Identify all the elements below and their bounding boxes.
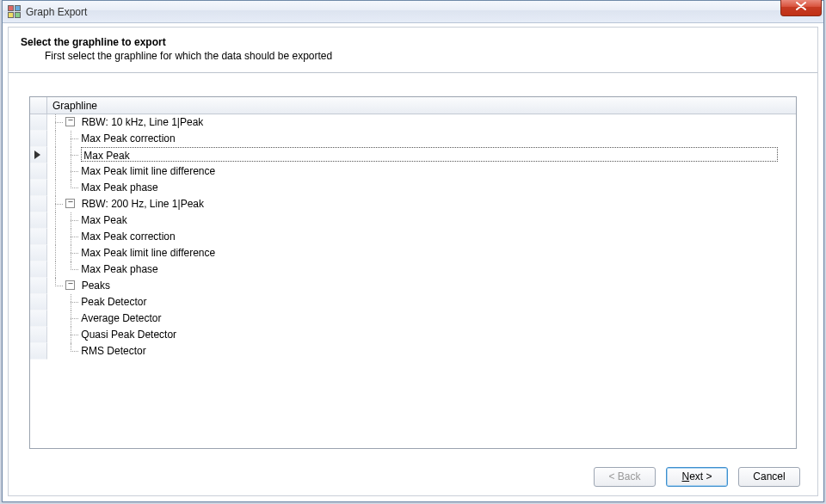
row-handle: [30, 229, 47, 245]
column-header-row: Graphline: [30, 97, 796, 114]
wizard-heading: Select the graphline to export: [21, 36, 805, 48]
graphline-panel: Graphline RBW: 10 kHz, Line 1|Peak: [29, 96, 797, 449]
tree-item-label: Max Peak correction: [81, 131, 175, 147]
row-handle: [30, 343, 47, 360]
tree-item[interactable]: Quasi Peak Detector: [30, 327, 796, 343]
tree-item-label: Max Peak correction: [81, 229, 175, 245]
tree-group[interactable]: Peaks: [30, 278, 796, 294]
tree-item[interactable]: Max Peak: [30, 212, 796, 229]
collapse-icon[interactable]: [65, 280, 75, 290]
row-handle: [30, 114, 47, 131]
column-header-graphline[interactable]: Graphline: [47, 97, 796, 114]
tree-item-label: Average Detector: [81, 310, 161, 327]
close-icon: [796, 2, 806, 10]
row-handle: [30, 163, 47, 180]
tree-item-label: RMS Detector: [81, 343, 145, 360]
collapse-icon[interactable]: [65, 117, 75, 126]
tree-item-label: Max Peak limit line difference: [81, 245, 215, 261]
tree-item-label: Quasi Peak Detector: [81, 327, 176, 343]
tree-item[interactable]: Max Peak correction: [30, 229, 796, 245]
tree-item[interactable]: Max Peak limit line difference: [30, 163, 796, 180]
tree-item-label: Max Peak: [83, 148, 129, 164]
tree-item[interactable]: RMS Detector: [30, 343, 796, 360]
back-button[interactable]: < Back: [594, 467, 656, 487]
tree-item[interactable]: Peak Detector: [30, 294, 796, 310]
tree-item[interactable]: Max Peak phase: [30, 261, 796, 278]
tree-item[interactable]: Max Peak limit line difference: [30, 245, 796, 261]
graphline-tree[interactable]: RBW: 10 kHz, Line 1|Peak Max Peak correc…: [30, 114, 796, 448]
row-handle: [30, 245, 47, 261]
tree-item[interactable]: Max Peak: [30, 147, 796, 163]
tree-item-label: Max Peak: [81, 212, 126, 229]
row-handle: [30, 196, 47, 212]
tree-item[interactable]: Max Peak correction: [30, 131, 796, 147]
tree-item-label: Max Peak limit line difference: [81, 163, 215, 180]
row-handle-selected: [30, 147, 47, 163]
row-handle: [30, 294, 47, 310]
row-handle: [30, 212, 47, 229]
graph-export-window: Graph Export Select the graphline to exp…: [2, 0, 824, 502]
tree-group-label: RBW: 200 Hz, Line 1|Peak: [82, 196, 204, 212]
tree-item-label: Peak Detector: [81, 294, 146, 310]
tree-group-label: Peaks: [82, 278, 110, 294]
wizard-footer: < Back Next > Cancel: [9, 458, 817, 495]
collapse-icon[interactable]: [65, 199, 75, 208]
window-title: Graph Export: [26, 1, 87, 23]
tree-group[interactable]: RBW: 10 kHz, Line 1|Peak: [30, 114, 796, 131]
tree-item[interactable]: Average Detector: [30, 310, 796, 327]
tree-group[interactable]: RBW: 200 Hz, Line 1|Peak: [30, 196, 796, 212]
next-button[interactable]: Next >: [666, 467, 728, 487]
row-handle: [30, 327, 47, 343]
tree-item-label: Max Peak phase: [81, 261, 157, 278]
tree-item[interactable]: Max Peak phase: [30, 180, 796, 196]
tree-item-label: Max Peak phase: [81, 180, 157, 196]
tree-group-label: RBW: 10 kHz, Line 1|Peak: [82, 114, 204, 131]
row-handle: [30, 261, 47, 278]
app-icon: [8, 5, 22, 19]
client-area: Select the graphline to export First sel…: [8, 27, 818, 496]
row-handle: [30, 310, 47, 327]
row-handle: [30, 180, 47, 196]
row-handle: [30, 278, 47, 294]
wizard-subheading: First select the graphline for which the…: [45, 50, 805, 62]
wizard-header: Select the graphline to export First sel…: [9, 28, 817, 73]
cancel-button[interactable]: Cancel: [738, 467, 800, 487]
titlebar[interactable]: Graph Export: [3, 1, 823, 23]
row-header-corner: [30, 97, 47, 114]
close-button[interactable]: [780, 0, 822, 16]
row-handle: [30, 131, 47, 147]
